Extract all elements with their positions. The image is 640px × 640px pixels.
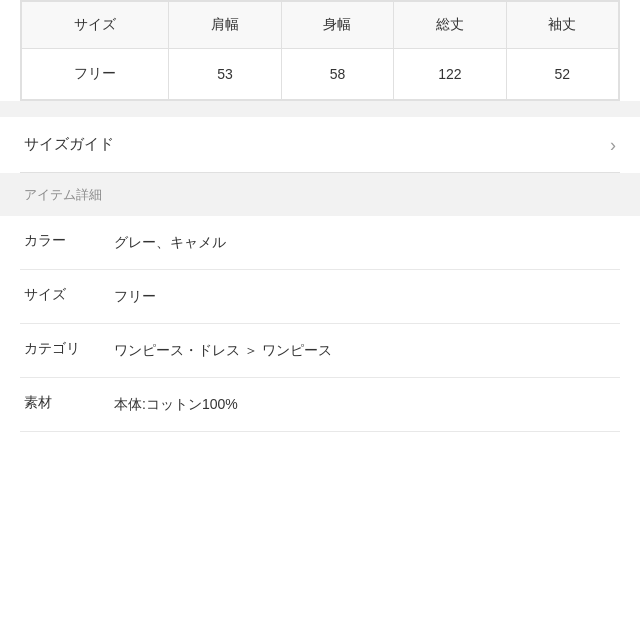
- detail-value-color: グレー、キャメル: [114, 232, 616, 253]
- col-header-length: 総丈: [394, 2, 506, 49]
- section-header-area: アイテム詳細: [0, 173, 640, 216]
- detail-label-size: サイズ: [24, 286, 114, 304]
- detail-row-size: サイズ フリー: [20, 270, 620, 324]
- detail-label-material: 素材: [24, 394, 114, 412]
- detail-value-material: 本体:コットン100%: [114, 394, 616, 415]
- cell-size: フリー: [22, 49, 169, 100]
- size-table: サイズ 肩幅 身幅 総丈 袖丈 フリー 53 58 122 52: [21, 1, 619, 100]
- detail-label-color: カラー: [24, 232, 114, 250]
- detail-value-size: フリー: [114, 286, 616, 307]
- cell-body: 58: [281, 49, 393, 100]
- col-header-sleeve: 袖丈: [506, 2, 618, 49]
- item-details-section: カラー グレー、キャメル サイズ フリー カテゴリ ワンピース・ドレス ＞ ワン…: [20, 216, 620, 432]
- col-header-shoulder: 肩幅: [169, 2, 281, 49]
- table-header-row: サイズ 肩幅 身幅 総丈 袖丈: [22, 2, 619, 49]
- cell-shoulder: 53: [169, 49, 281, 100]
- col-header-size: サイズ: [22, 2, 169, 49]
- detail-row-category: カテゴリ ワンピース・ドレス ＞ ワンピース: [20, 324, 620, 378]
- size-guide-section: サイズガイド ›: [20, 117, 620, 173]
- col-header-body: 身幅: [281, 2, 393, 49]
- cell-length: 122: [394, 49, 506, 100]
- detail-row-color: カラー グレー、キャメル: [20, 216, 620, 270]
- chevron-right-icon: ›: [610, 136, 616, 154]
- cell-sleeve: 52: [506, 49, 618, 100]
- detail-label-category: カテゴリ: [24, 340, 114, 358]
- table-row: フリー 53 58 122 52: [22, 49, 619, 100]
- size-guide-row[interactable]: サイズガイド ›: [20, 117, 620, 172]
- detail-row-material: 素材 本体:コットン100%: [20, 378, 620, 432]
- size-table-container: サイズ 肩幅 身幅 総丈 袖丈 フリー 53 58 122 52: [20, 0, 620, 101]
- size-guide-label: サイズガイド: [24, 135, 114, 154]
- section-header-label: アイテム詳細: [24, 187, 102, 202]
- detail-value-category: ワンピース・ドレス ＞ ワンピース: [114, 340, 616, 361]
